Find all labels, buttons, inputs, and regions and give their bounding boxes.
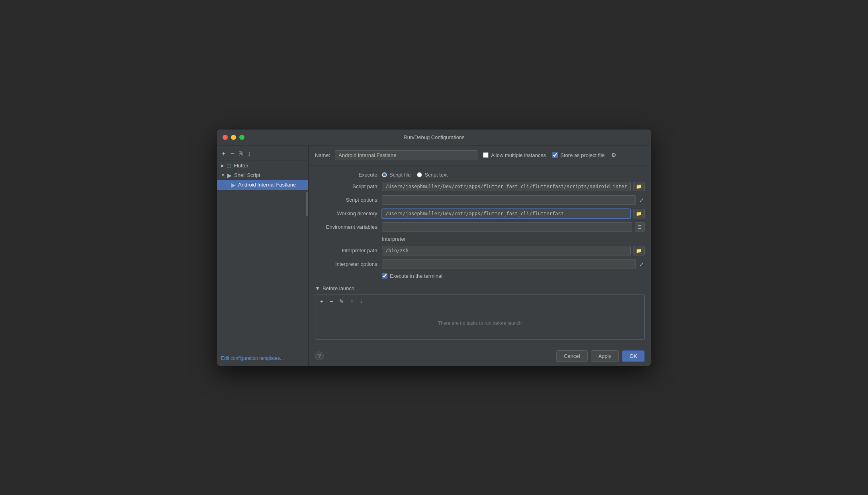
sidebar-tree: ▶ ⬡ Flutter ▼ ▶ Shell Script ▶ Android I… [217, 161, 308, 265]
sidebar-item-fastlane-label: Android Internal Fastlane [238, 182, 296, 188]
interpreter-path-browse-button[interactable]: 📁 [633, 246, 645, 255]
ok-button[interactable]: OK [622, 350, 645, 362]
working-directory-field: 📁 [382, 209, 645, 218]
chevron-right-icon: ▶ [221, 163, 224, 168]
copy-config-button[interactable]: ⎘ [238, 149, 244, 158]
interpreter-section-label: Interpreter [382, 236, 645, 242]
script-options-row: Script options: ⤢ [315, 195, 645, 205]
main-content: + − ⎘ ↕ ▶ ⬡ Flutter ▼ ▶ Shell Script [217, 145, 651, 366]
before-launch-remove-button[interactable]: − [328, 297, 334, 305]
env-variables-field: ☰ [382, 222, 645, 232]
run-debug-configurations-dialog: Run/Debug Configurations + − ⎘ ↕ ▶ ⬡ Flu… [217, 130, 651, 366]
before-launch-toolbar: + − ✎ ↑ ↓ [315, 295, 645, 308]
store-as-project-label: Store as project file [560, 152, 604, 158]
right-panel: Name: Allow multiple instances Store as … [309, 145, 651, 366]
execute-in-terminal-row: Execute in the terminal [315, 273, 645, 279]
interpreter-options-row: Interpreter options: ⤢ [315, 259, 645, 269]
script-text-label: Script text [424, 172, 448, 178]
allow-multiple-checkbox-label[interactable]: Allow multiple instances [483, 152, 546, 158]
execute-in-terminal-checkbox[interactable] [382, 273, 387, 279]
before-launch-section: ▼ Before launch + − ✎ ↑ ↓ There are no t… [315, 285, 645, 340]
interpreter-options-field: ⤢ [382, 259, 645, 269]
interpreter-path-row: Interpreter path: 📁 [315, 246, 645, 255]
interpreter-options-input[interactable] [382, 259, 636, 269]
maximize-button[interactable] [239, 135, 244, 140]
interpreter-path-field: 📁 [382, 246, 645, 255]
sidebar-toolbar: + − ⎘ ↕ [217, 147, 308, 161]
cancel-button[interactable]: Cancel [556, 350, 587, 362]
dialog-title: Run/Debug Configurations [403, 134, 464, 140]
script-path-field: 📁 [382, 182, 645, 191]
script-file-radio[interactable] [382, 172, 387, 177]
before-launch-label: Before launch [323, 285, 354, 291]
env-variables-row: Environment variables: ☰ [315, 222, 645, 232]
script-file-radio-label[interactable]: Script file [382, 172, 411, 178]
before-launch-header: ▼ Before launch [315, 285, 645, 291]
allow-multiple-checkbox[interactable] [483, 152, 489, 158]
env-variables-input[interactable] [382, 222, 632, 232]
working-directory-input[interactable] [382, 209, 631, 218]
config-name-input[interactable] [335, 150, 478, 160]
execute-label: Execute: [315, 172, 379, 178]
sidebar: + − ⎘ ↕ ▶ ⬡ Flutter ▼ ▶ Shell Script [217, 145, 309, 366]
before-launch-edit-button[interactable]: ✎ [338, 297, 346, 305]
allow-multiple-label: Allow multiple instances [491, 152, 546, 158]
env-variables-edit-button[interactable]: ☰ [635, 222, 645, 232]
dialog-footer: ? Cancel Apply OK [309, 346, 651, 366]
close-button[interactable] [223, 135, 228, 140]
window-controls [223, 135, 244, 140]
script-text-radio[interactable] [417, 172, 422, 177]
before-launch-move-up-button[interactable]: ↑ [349, 297, 355, 305]
edit-config-templates-link[interactable]: Edit configuration templates... [217, 352, 308, 364]
sidebar-item-shell-script-group[interactable]: ▼ ▶ Shell Script [217, 171, 308, 180]
before-launch-empty-message: There are no tasks to run before launch [438, 320, 522, 326]
sidebar-item-flutter[interactable]: ▶ ⬡ Flutter [217, 161, 308, 171]
run-config-icon: ▶ [231, 182, 236, 188]
apply-button[interactable]: Apply [591, 350, 619, 362]
minimize-button[interactable] [231, 135, 236, 140]
interpreter-path-label: Interpreter path: [315, 248, 379, 253]
script-file-label: Script file [389, 172, 411, 178]
sidebar-scrollbar[interactable] [306, 192, 308, 216]
shell-script-icon: ▶ [227, 172, 232, 179]
config-body: Execute: Script file Script text [309, 165, 651, 346]
env-variables-label: Environment variables: [315, 224, 379, 230]
name-label: Name: [315, 152, 330, 158]
interpreter-path-input[interactable] [382, 246, 631, 255]
flutter-icon: ⬡ [227, 163, 231, 169]
sidebar-item-android-fastlane[interactable]: ▶ Android Internal Fastlane [217, 180, 308, 190]
remove-config-button[interactable]: − [229, 149, 235, 158]
interpreter-options-label: Interpreter options: [315, 261, 379, 267]
script-text-radio-label[interactable]: Script text [417, 172, 448, 178]
chevron-down-icon: ▼ [221, 173, 225, 177]
script-options-expand-button[interactable]: ⤢ [638, 196, 645, 204]
gear-icon[interactable]: ⚙ [611, 152, 616, 158]
working-directory-label: Working directory: [315, 210, 379, 216]
working-directory-browse-button[interactable]: 📁 [633, 209, 645, 218]
before-launch-move-down-button[interactable]: ↓ [358, 297, 364, 305]
before-launch-add-button[interactable]: + [319, 297, 325, 305]
add-config-button[interactable]: + [221, 149, 226, 158]
execute-row: Execute: Script file Script text [315, 172, 645, 178]
before-launch-chevron-icon: ▼ [315, 285, 320, 291]
store-as-project-checkbox[interactable] [552, 152, 558, 158]
title-bar: Run/Debug Configurations [217, 130, 651, 145]
script-options-input[interactable] [382, 195, 636, 205]
script-options-label: Script options: [315, 197, 379, 203]
script-path-label: Script path: [315, 183, 379, 189]
script-path-browse-button[interactable]: 📁 [633, 182, 645, 191]
header-checkboxes: Allow multiple instances Store as projec… [483, 152, 616, 158]
script-path-row: Script path: 📁 [315, 182, 645, 191]
execute-in-terminal-checkbox-label[interactable]: Execute in the terminal [382, 273, 442, 279]
sidebar-item-flutter-label: Flutter [234, 163, 248, 169]
script-path-input[interactable] [382, 182, 631, 191]
interpreter-options-expand-button[interactable]: ⤢ [638, 260, 645, 268]
sort-config-button[interactable]: ↕ [247, 149, 252, 158]
sidebar-item-shell-script-label: Shell Script [234, 172, 260, 178]
before-launch-empty-area: There are no tasks to run before launch [315, 308, 645, 340]
config-header: Name: Allow multiple instances Store as … [309, 145, 651, 165]
store-as-project-checkbox-label[interactable]: Store as project file [552, 152, 604, 158]
help-button[interactable]: ? [315, 352, 324, 360]
script-options-field: ⤢ [382, 195, 645, 205]
execute-in-terminal-label: Execute in the terminal [390, 273, 442, 279]
